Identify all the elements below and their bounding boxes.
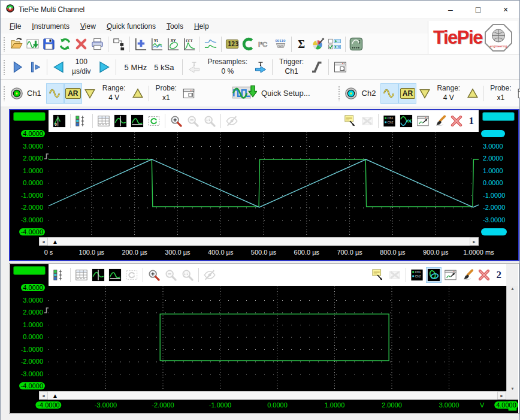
y-axis-label[interactable]: 4.0000 [21,284,45,291]
ch1-coupling-icon[interactable] [46,83,64,104]
comment-icon[interactable] [370,267,386,283]
graph-2-hscrollbar[interactable]: ◄ ▲ ► [10,391,518,400]
vertical-cursors-icon[interactable] [113,113,128,129]
open-file-icon[interactable] [8,36,25,52]
y-axis-label[interactable]: -4.0000 [19,382,45,389]
start-measurement-icon[interactable] [8,58,26,76]
scroll-left-icon[interactable]: ◄ [39,391,48,400]
scroll-left-icon[interactable]: ◄ [39,237,48,246]
paint-icon[interactable] [432,113,448,129]
horizontal-cursors-icon[interactable] [129,113,145,129]
refresh-icon[interactable] [57,36,73,52]
comment-icon[interactable] [343,113,358,129]
data-table-icon[interactable] [74,267,89,283]
color-scheme-icon[interactable] [310,36,326,52]
y-axis-label[interactable]: 4.0000 [481,130,505,137]
graph-1-right-axis-handle[interactable] [482,112,515,121]
add-fft-graph-icon[interactable]: FFT [181,36,197,52]
zoom-in-icon[interactable] [168,113,184,129]
hide-channels-icon[interactable] [224,113,240,129]
scroll-up-icon[interactable]: ▲ [510,286,515,291]
delete-comment-icon[interactable] [359,113,375,129]
graph-1-hscrollbar[interactable]: ◄ ▲ ► [10,237,518,246]
generator-icon[interactable] [348,36,364,52]
stream-controls-icon[interactable] [326,36,343,52]
object-tree-icon[interactable] [111,36,127,52]
ch2-coupling-icon[interactable] [380,83,398,104]
menu-help[interactable]: Help [189,20,214,32]
vertical-cursors-icon[interactable] [90,267,106,283]
zoom-undo-icon[interactable]: 1:1 [202,113,217,129]
graph-2-left-axis-handle[interactable] [13,266,46,275]
zero-axis-icon[interactable]: 0 [52,113,67,129]
trigger-position-marker[interactable]: ▲ [52,237,58,246]
data-table-icon[interactable] [96,113,111,129]
zoom-selection-icon[interactable] [124,267,140,283]
graph-1-left-axis[interactable]: 4.00003.00002.00001.00000.0000-1.0000-2.… [10,132,49,237]
zoom-out-icon[interactable] [163,267,179,283]
i2c-analyzer-icon[interactable]: I²C [256,36,273,52]
add-yt-graph-icon[interactable]: Yt [149,36,165,52]
ch2-range-down-icon[interactable] [416,85,433,101]
scroll-right-icon[interactable]: ► [497,391,506,400]
graph-1-plot[interactable] [49,132,479,237]
close-button[interactable]: × [492,1,519,19]
axes-setup-icon[interactable] [74,113,89,129]
delete-icon[interactable] [73,36,89,52]
zoom-undo-icon[interactable]: 1:1 [180,267,195,283]
trigger-position-marker[interactable]: ▲ [52,391,58,400]
timebase-decrease-icon[interactable] [50,58,68,76]
ch1-settings-icon[interactable] [181,85,197,101]
graph-2-vscrollbar[interactable]: ▲▼ [506,286,518,391]
menu-view[interactable]: View [75,20,101,32]
ch1-range-down-icon[interactable] [82,85,98,101]
ch1-bnc-icon[interactable] [8,85,25,101]
timebase-increase-icon[interactable] [95,58,113,76]
ch1-autorange-button[interactable]: AR [64,83,82,104]
graph-2-plot[interactable] [49,286,506,391]
save-measurement-icon[interactable] [25,36,41,52]
sum-icon[interactable]: Σ [294,36,310,52]
close-graph-icon[interactable] [476,267,492,283]
maximize-button[interactable]: □ [464,1,492,19]
ch2-bnc-icon[interactable] [343,85,359,101]
channel-legend-icon[interactable]: Ch1Ch2 [409,267,425,283]
ch2-autorange-button[interactable]: AR [398,83,416,104]
quick-setup-button[interactable]: Quick Setup... [232,84,310,102]
instrument-settings-icon[interactable] [331,58,349,76]
y-axis-label[interactable]: 4.0000 [21,130,45,137]
zoom-selection-icon[interactable] [146,113,162,129]
minimize-button[interactable]: – [437,1,464,19]
one-shot-icon[interactable] [26,58,44,76]
graph-1-left-axis-handle[interactable] [13,112,46,121]
serial-analyzer-icon[interactable]: 00110 [273,36,289,52]
delete-comment-icon[interactable] [387,267,403,283]
save-icon[interactable] [41,36,57,52]
y-axis-label[interactable]: -4.0000 [19,228,45,235]
add-graph-icon[interactable] [132,36,149,52]
scroll-right-icon[interactable]: ► [470,237,479,246]
graph-1-right-axis[interactable]: 4.00003.00002.00001.00000.0000-1.0000-2.… [479,132,518,237]
value-axis-label[interactable]: 4.0000 [494,401,518,409]
xy-mode-icon[interactable] [426,267,442,283]
ch2-range-up-icon[interactable] [464,85,480,101]
ch2-settings-icon[interactable] [516,85,520,101]
presamples-decrease-icon[interactable] [185,58,203,76]
external-graph-icon[interactable] [415,113,431,129]
graph-2-left-axis[interactable]: 4.00003.00002.00001.00000.0000-1.0000-2.… [10,286,49,391]
hide-channels-icon[interactable] [202,267,217,283]
yt-mode-icon[interactable] [398,113,414,129]
axes-setup-icon[interactable] [52,267,67,283]
zoom-out-icon[interactable] [185,113,201,129]
menu-tools[interactable]: Tools [161,20,189,32]
print-icon[interactable] [89,36,105,52]
channel-legend-icon[interactable]: Ch1Ch2 [382,113,397,129]
add-xy-graph-icon[interactable]: XY [165,36,181,52]
graph-2-value-axis[interactable]: -4.0000-3.0000-2.0000-1.00000.00001.0000… [10,400,518,413]
zoom-in-icon[interactable] [146,267,162,283]
meter-123-icon[interactable]: 123 [224,36,240,52]
horizontal-cursors-icon[interactable] [107,267,123,283]
menu-file[interactable]: File [4,20,26,32]
external-graph-icon[interactable] [443,267,458,283]
paint-icon[interactable] [459,267,475,283]
